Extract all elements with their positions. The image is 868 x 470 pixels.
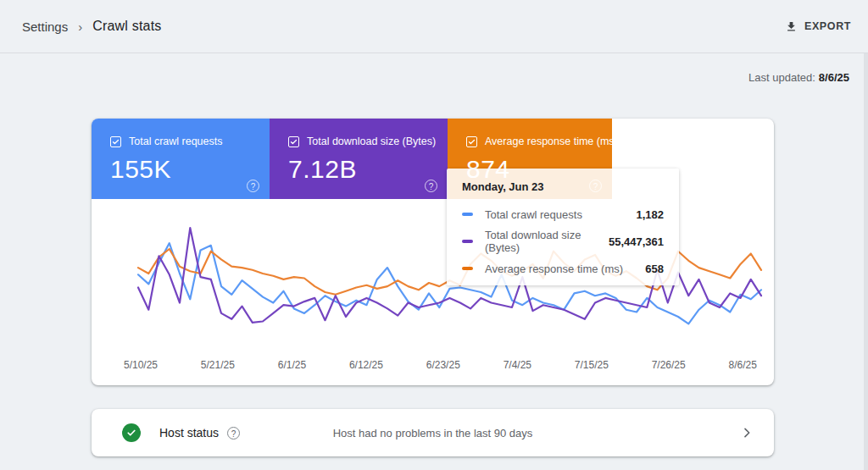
chart-tooltip: Monday, Jun 23 Total crawl requests1,182… <box>447 169 679 285</box>
tooltip-row: Average response time (ms)658 <box>462 262 664 275</box>
help-icon[interactable]: ? <box>247 180 259 192</box>
scrollbar[interactable] <box>864 53 868 470</box>
metric-card-header: Total crawl requests <box>110 135 270 147</box>
series-dash-icon <box>462 213 473 216</box>
export-label: EXPORT <box>804 20 851 32</box>
series-dash-icon <box>462 267 473 270</box>
metric-card-header: Total download size (Bytes) <box>288 135 448 147</box>
tooltip-row-label: Total download size (Bytes) <box>485 229 609 254</box>
metric-card-total-crawl-requests[interactable]: Total crawl requests155K? <box>92 119 270 199</box>
host-status-message: Host had no problems in the last 90 days <box>92 427 774 440</box>
total-download-size-checkbox[interactable] <box>288 136 299 147</box>
host-status-card[interactable]: Host status ? Host had no problems in th… <box>92 409 774 456</box>
top-bar: Settings › Crawl stats EXPORT <box>0 0 868 53</box>
page-title: Crawl stats <box>92 19 161 34</box>
breadcrumb-settings[interactable]: Settings <box>22 19 68 34</box>
series-dash-icon <box>462 240 473 243</box>
export-button[interactable]: EXPORT <box>785 20 851 33</box>
tooltip-rows: Total crawl requests1,182Total download … <box>447 207 679 275</box>
x-axis-tick: 6/1/25 <box>278 359 306 371</box>
x-axis-tick: 6/12/25 <box>349 359 383 371</box>
x-axis-tick: 7/26/25 <box>652 359 686 371</box>
x-axis-tick: 7/4/25 <box>504 359 531 371</box>
tooltip-date: Monday, Jun 23 <box>447 169 679 194</box>
x-axis-tick: 5/10/25 <box>124 359 158 371</box>
tooltip-row-label: Average response time (ms) <box>485 263 645 275</box>
metric-card-label: Total crawl requests <box>129 135 222 147</box>
tooltip-row: Total crawl requests1,182 <box>462 207 664 221</box>
tooltip-row: Total download size (Bytes)55,447,361 <box>462 235 664 248</box>
breadcrumb: Settings › Crawl stats <box>22 19 162 34</box>
total-crawl-requests-checkbox[interactable] <box>110 136 121 147</box>
tooltip-row-value: 55,447,361 <box>609 235 664 248</box>
last-updated: Last updated:8/6/25 <box>748 71 849 84</box>
x-axis: 5/10/255/21/256/1/256/12/256/23/257/4/25… <box>124 359 757 371</box>
x-axis-tick: 8/6/25 <box>729 359 757 371</box>
metric-card-value: 155K <box>110 155 270 184</box>
metric-card-total-download-size[interactable]: Total download size (Bytes)7.12B? <box>270 119 448 199</box>
download-icon <box>785 20 798 33</box>
average-response-time-checkbox[interactable] <box>466 136 477 147</box>
x-axis-tick: 6/23/25 <box>426 359 460 371</box>
breadcrumb-separator-icon: › <box>78 19 82 34</box>
last-updated-date: 8/6/25 <box>819 71 849 84</box>
metric-card-value: 7.12B <box>288 155 448 184</box>
tooltip-row-value: 658 <box>645 263 664 275</box>
x-axis-tick: 7/15/25 <box>575 359 609 371</box>
metric-card-header: Average response time (ms) <box>466 135 612 147</box>
last-updated-label: Last updated: <box>748 71 815 84</box>
x-axis-tick: 5/21/25 <box>201 359 235 371</box>
metric-card-label: Average response time (ms) <box>485 135 618 147</box>
metric-card-label: Total download size (Bytes) <box>307 135 436 147</box>
tooltip-row-value: 1,182 <box>636 208 664 221</box>
tooltip-row-label: Total crawl requests <box>485 208 636 221</box>
chevron-right-icon[interactable] <box>740 426 754 440</box>
help-icon[interactable]: ? <box>425 180 437 192</box>
